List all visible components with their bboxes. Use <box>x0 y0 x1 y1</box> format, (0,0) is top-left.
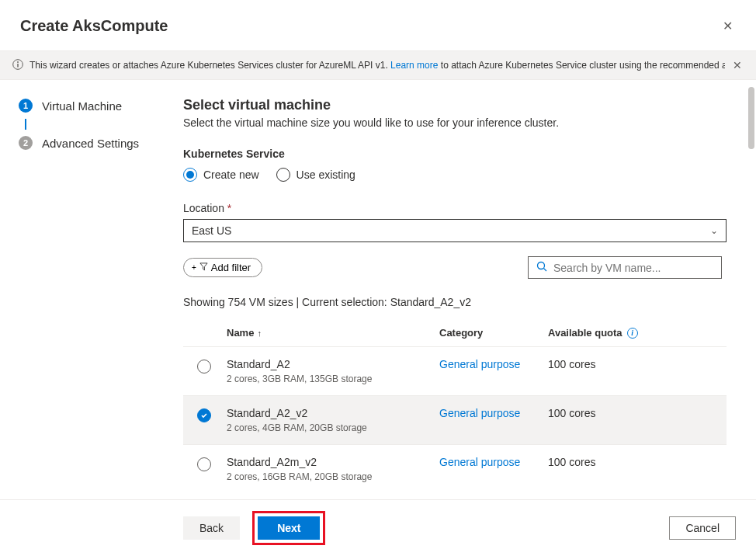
radio-icon <box>276 168 290 182</box>
filter-icon <box>199 262 208 273</box>
add-filter-label: Add filter <box>211 262 251 273</box>
section-subtitle: Select the virtual machine size you woul… <box>183 116 736 129</box>
next-button[interactable]: Next <box>258 516 320 540</box>
section-heading: Select virtual machine <box>183 97 736 113</box>
quota-value: 100 cores <box>548 456 727 468</box>
vm-name: Standard_A2_v2 <box>227 407 439 419</box>
learn-more-link[interactable]: Learn more <box>390 60 438 71</box>
plus-icon: + <box>192 263 196 272</box>
wizard-footer: Back Next Cancel <box>0 499 756 556</box>
vm-name: Standard_A2 <box>227 358 439 370</box>
step-label: Advanced Settings <box>42 137 139 150</box>
search-icon <box>536 261 547 274</box>
back-button[interactable]: Back <box>183 516 240 540</box>
vm-spec: 2 cores, 3GB RAM, 135GB storage <box>227 374 439 384</box>
search-input[interactable] <box>553 262 713 274</box>
step-number: 1 <box>19 99 33 113</box>
svg-point-3 <box>538 262 545 269</box>
info-text-before: This wizard creates or attaches Azure Ku… <box>29 60 390 71</box>
info-icon[interactable]: i <box>627 328 638 339</box>
svg-line-4 <box>544 269 547 272</box>
next-button-highlight: Next <box>252 511 325 545</box>
info-bar: This wizard creates or attaches Azure Ku… <box>0 51 756 80</box>
quota-value: 100 cores <box>548 407 727 419</box>
info-icon <box>12 59 23 72</box>
column-header-category[interactable]: Category <box>439 327 548 339</box>
vm-spec: 2 cores, 16GB RAM, 20GB storage <box>227 471 439 482</box>
page-title: Create AksCompute <box>20 17 168 35</box>
step-connector <box>25 119 26 130</box>
sort-asc-icon: ↑ <box>257 328 262 338</box>
quota-value: 100 cores <box>548 358 727 370</box>
row-radio-icon[interactable] <box>197 457 211 471</box>
wizard-steps-sidebar: 1 Virtual Machine 2 Advanced Settings <box>0 80 163 556</box>
step-number: 2 <box>19 136 33 150</box>
location-value: East US <box>192 224 231 237</box>
radio-label: Create new <box>203 169 259 181</box>
category-link[interactable]: General purpose <box>439 407 520 419</box>
close-button[interactable]: ✕ <box>720 16 736 36</box>
vm-size-table: Name↑ Category Available quota i Standar… <box>183 322 727 493</box>
vm-name: Standard_A2m_v2 <box>227 456 439 468</box>
location-select[interactable]: East US ⌄ <box>183 219 727 242</box>
chevron-down-icon: ⌄ <box>710 225 718 236</box>
table-row[interactable]: Standard_A2_v2 2 cores, 4GB RAM, 20GB st… <box>183 395 727 444</box>
cancel-button[interactable]: Cancel <box>669 516 736 540</box>
required-mark: * <box>227 202 231 214</box>
column-header-name[interactable]: Name↑ <box>227 327 439 339</box>
search-box[interactable] <box>528 256 722 279</box>
step-advanced-settings[interactable]: 2 Advanced Settings <box>19 136 151 150</box>
step-virtual-machine[interactable]: 1 Virtual Machine <box>19 99 151 113</box>
dismiss-info-button[interactable]: ✕ <box>731 57 744 73</box>
radio-use-existing[interactable]: Use existing <box>276 168 355 182</box>
category-link[interactable]: General purpose <box>439 358 520 370</box>
row-radio-icon[interactable] <box>197 360 211 374</box>
close-icon: ✕ <box>733 59 742 71</box>
info-text-after: to attach Azure Kubernetes Service clust… <box>438 60 725 71</box>
radio-create-new[interactable]: Create new <box>183 168 259 182</box>
step-label: Virtual Machine <box>42 99 122 113</box>
radio-icon <box>183 168 197 182</box>
svg-point-1 <box>17 61 19 63</box>
category-link[interactable]: General purpose <box>439 456 520 468</box>
location-label: Location * <box>183 202 736 214</box>
results-status: Showing 754 VM sizes | Current selection… <box>183 296 736 308</box>
kubernetes-service-label: Kubernetes Service <box>183 148 736 160</box>
scrollbar[interactable] <box>748 87 754 149</box>
close-icon: ✕ <box>723 19 733 33</box>
table-row[interactable]: Standard_A2m_v2 2 cores, 16GB RAM, 20GB … <box>183 444 727 493</box>
add-filter-button[interactable]: + Add filter <box>183 258 262 277</box>
radio-label: Use existing <box>297 169 355 181</box>
table-row[interactable]: Standard_A2 2 cores, 3GB RAM, 135GB stor… <box>183 346 727 395</box>
row-radio-icon[interactable] <box>197 408 211 422</box>
column-header-quota[interactable]: Available quota i <box>548 327 727 339</box>
vm-spec: 2 cores, 4GB RAM, 20GB storage <box>227 422 439 433</box>
svg-rect-2 <box>17 64 18 68</box>
